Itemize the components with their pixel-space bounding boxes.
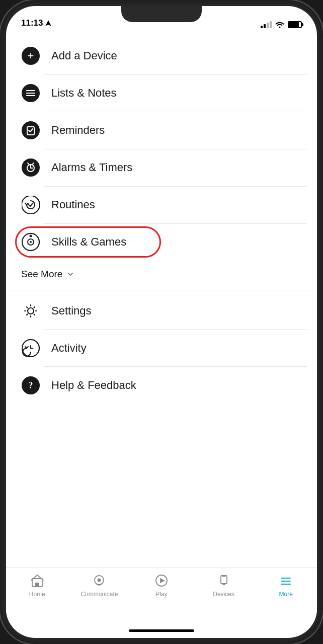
alarms-timers-icon (21, 158, 40, 177)
communicate-tab-icon (92, 573, 107, 588)
notch (121, 6, 202, 22)
svg-point-26 (98, 579, 101, 582)
tab-more-label: More (279, 591, 293, 598)
screen: 11:13 (6, 6, 317, 638)
svg-rect-24 (35, 583, 39, 587)
routines-item[interactable]: Routines (6, 186, 317, 223)
tab-more[interactable]: More (255, 573, 317, 598)
tab-play[interactable]: Play (130, 573, 193, 598)
tab-communicate[interactable]: Communicate (68, 573, 131, 598)
alarms-timers-item[interactable]: Alarms & Timers (6, 149, 317, 186)
play-tab-icon (154, 573, 169, 588)
help-feedback-item[interactable]: ? Help & Feedback (6, 367, 317, 404)
help-feedback-icon: ? (21, 376, 40, 395)
reminders-item[interactable]: Reminders (6, 112, 317, 149)
location-arrow-icon (45, 20, 52, 27)
add-device-icon: + (21, 46, 40, 65)
activity-icon (21, 339, 40, 358)
divider (6, 290, 317, 290)
signal-icon (261, 21, 272, 28)
more-tab-icon (278, 573, 293, 588)
svg-marker-28 (160, 578, 165, 583)
time-display: 11:13 (21, 18, 43, 28)
settings-label: Settings (51, 304, 92, 317)
devices-tab-icon (216, 573, 231, 588)
svg-line-10 (28, 163, 29, 164)
settings-icon (21, 301, 40, 320)
skills-games-item[interactable]: Skills & Games (6, 223, 317, 261)
see-more-chevron-icon (66, 270, 74, 278)
skills-games-icon (21, 232, 40, 252)
status-time: 11:13 (21, 18, 52, 28)
battery-icon (288, 21, 302, 28)
routines-label: Routines (51, 198, 95, 211)
activity-item[interactable]: Activity (6, 330, 317, 367)
tab-play-label: Play (155, 591, 167, 598)
tab-home[interactable]: Home (6, 573, 68, 598)
phone-frame: 11:13 (0, 0, 323, 644)
svg-line-11 (33, 163, 34, 164)
wifi-icon (275, 21, 284, 28)
activity-label: Activity (51, 342, 87, 355)
tab-devices[interactable]: Devices (193, 573, 255, 598)
see-more-button[interactable]: See More (6, 261, 317, 288)
svg-point-12 (22, 196, 40, 214)
lists-notes-label: Lists & Notes (51, 87, 117, 100)
menu-content: + Add a Device Lists & Notes (6, 32, 317, 568)
see-more-label: See More (21, 269, 62, 280)
help-feedback-label: Help & Feedback (51, 379, 136, 392)
svg-point-17 (28, 308, 34, 314)
home-bar (6, 623, 317, 638)
tab-bar: Home Communicate (6, 568, 317, 623)
reminders-icon (21, 121, 40, 140)
reminders-label: Reminders (51, 124, 105, 137)
svg-text:?: ? (29, 380, 33, 390)
tab-home-label: Home (29, 591, 45, 598)
home-indicator (129, 629, 194, 632)
add-device-label: Add a Device (51, 49, 117, 62)
svg-point-15 (30, 241, 32, 243)
home-tab-icon (30, 573, 45, 588)
tab-communicate-label: Communicate (80, 591, 118, 598)
lists-notes-icon (21, 84, 40, 103)
settings-item[interactable]: Settings (6, 292, 317, 330)
tab-devices-label: Devices (213, 591, 234, 598)
skills-games-label: Skills & Games (51, 235, 126, 249)
routines-icon (21, 195, 40, 214)
lists-notes-item[interactable]: Lists & Notes (6, 74, 317, 112)
alarms-timers-label: Alarms & Timers (51, 161, 132, 174)
add-device-item[interactable]: + Add a Device (6, 37, 317, 74)
svg-point-4 (22, 121, 40, 139)
status-icons (261, 21, 302, 28)
svg-point-16 (30, 235, 32, 237)
